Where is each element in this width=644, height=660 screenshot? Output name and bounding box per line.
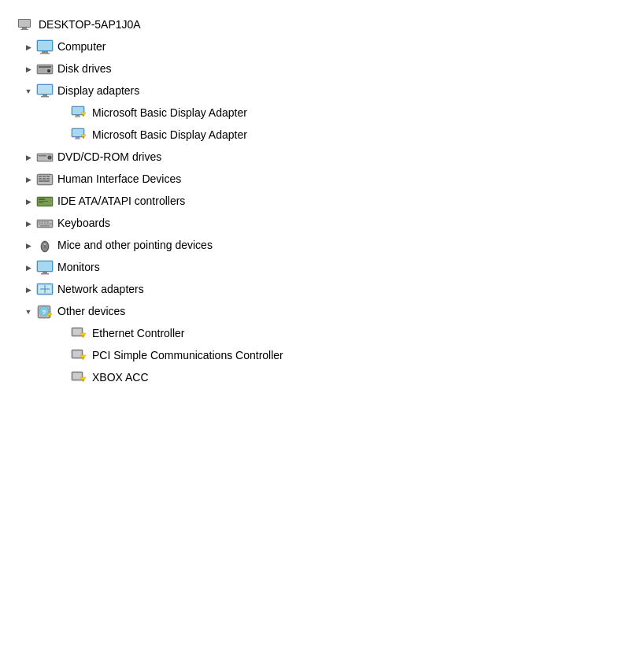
svg-rect-51 (42, 221, 44, 223)
svg-rect-3 (20, 29, 28, 30)
chevron-down-icon[interactable] (22, 85, 35, 98)
ide-icon (36, 193, 54, 210)
svg-rect-2 (22, 28, 27, 29)
svg-rect-6 (42, 51, 48, 53)
svg-rect-47 (39, 202, 43, 203)
svg-rect-65 (38, 261, 52, 271)
chevron-right-icon[interactable] (22, 217, 35, 230)
svg-rect-31 (39, 155, 46, 157)
tree-item-mice[interactable]: Mice and other pointing devices (0, 235, 644, 257)
network-warning-icon: ! (71, 325, 88, 343)
computer-icon (36, 39, 54, 56)
svg-rect-40 (43, 178, 46, 180)
svg-rect-25 (76, 137, 80, 139)
chevron-right-icon[interactable] (22, 261, 35, 274)
tree-item-ide-ata[interactable]: IDE ATA/ATAPI controllers (0, 191, 644, 213)
svg-rect-91 (73, 373, 81, 379)
item-label-monitors: Monitors (57, 260, 100, 276)
svg-rect-36 (39, 176, 42, 177)
computer-node-icon (17, 17, 35, 34)
svg-text:!: ! (83, 378, 83, 382)
display-icon (36, 83, 54, 100)
tree-item-display-adapters[interactable]: Display adapters (0, 80, 644, 102)
tree-item-human-interface[interactable]: Human Interface Devices (0, 169, 644, 191)
display-warning-icon: ! (71, 127, 88, 144)
chevron-right-icon[interactable] (22, 284, 35, 296)
svg-text:!: ! (83, 113, 83, 117)
item-label-root: DESKTOP-5AP1J0A (39, 17, 141, 33)
svg-rect-5 (38, 41, 52, 50)
chevron-right-icon[interactable] (22, 195, 35, 208)
dvd-icon (36, 149, 54, 166)
mouse-icon (36, 237, 54, 254)
svg-rect-86 (73, 351, 81, 357)
network-warning-icon: ! (71, 347, 88, 365)
chevron-right-icon[interactable] (22, 41, 35, 54)
chevron-right-icon[interactable] (22, 239, 35, 252)
svg-rect-81 (73, 329, 81, 335)
item-label-human-interface: Human Interface Devices (57, 172, 181, 187)
svg-text:!: ! (83, 135, 83, 139)
svg-rect-38 (46, 176, 50, 177)
item-label-pci-simple: PCI Simple Communications Controller (92, 348, 283, 364)
svg-point-33 (49, 157, 50, 158)
svg-rect-39 (39, 178, 42, 180)
svg-rect-67 (41, 273, 49, 275)
tree-item-xbox-acc[interactable]: ! XBOX ACC (0, 367, 644, 389)
item-label-network-adapters: Network adapters (57, 282, 144, 298)
tree-item-root[interactable]: ↖ DESKTOP-5AP1J0A (0, 14, 644, 36)
svg-point-63 (44, 243, 46, 245)
svg-rect-1 (19, 20, 30, 27)
tree-item-ms-basic-2[interactable]: ! Microsoft Basic Display Adapter (0, 124, 644, 146)
tree-item-monitors[interactable]: Monitors (0, 257, 644, 279)
svg-rect-37 (43, 176, 46, 177)
svg-rect-14 (43, 95, 47, 96)
tree-item-network-adapters[interactable]: Network adapters (0, 279, 644, 301)
item-label-keyboards: Keyboards (57, 216, 110, 232)
svg-rect-26 (75, 139, 80, 139)
tree-item-ms-basic-1[interactable]: ! Microsoft Basic Display Adapter (0, 102, 644, 124)
network-warning-icon: ! (71, 369, 88, 387)
svg-rect-46 (39, 201, 48, 202)
svg-rect-7 (40, 53, 50, 54)
svg-rect-15 (41, 96, 49, 98)
svg-text:!: ! (49, 315, 50, 318)
chevron-right-icon[interactable] (22, 151, 35, 164)
tree-item-computer[interactable]: Computer (0, 36, 644, 58)
svg-rect-45 (39, 198, 45, 200)
item-label-ide-ata: IDE ATA/ATAPI controllers (57, 194, 185, 209)
disk-icon (36, 61, 54, 78)
display-warning-icon: ! (71, 105, 88, 122)
item-label-dvd-cdrom: DVD/CD-ROM drives (57, 150, 161, 165)
chevron-down-icon[interactable] (22, 306, 35, 318)
svg-rect-59 (40, 225, 50, 227)
tree-item-ethernet-controller[interactable]: ! Ethernet Controller (0, 323, 644, 345)
tree-item-dvd-cdrom[interactable]: DVD/CD-ROM drives (0, 146, 644, 169)
svg-text:!: ! (83, 334, 83, 338)
chevron-right-icon[interactable] (22, 63, 35, 76)
svg-rect-10 (39, 66, 51, 68)
network-icon (36, 281, 54, 298)
svg-rect-54 (39, 224, 41, 225)
keyboard-icon (36, 215, 54, 232)
svg-point-11 (47, 69, 50, 72)
monitor-icon (36, 259, 54, 276)
tree-item-pci-simple[interactable]: ! PCI Simple Communications Controller (0, 345, 644, 367)
item-label-other-devices: Other devices (57, 304, 125, 320)
item-label-xbox-acc: XBOX ACC (92, 370, 149, 386)
svg-rect-19 (76, 115, 80, 117)
tree-item-keyboards[interactable]: Keyboards (0, 213, 644, 235)
svg-rect-58 (50, 224, 52, 225)
svg-rect-66 (43, 272, 47, 273)
svg-rect-53 (47, 221, 50, 223)
tree-item-other-devices[interactable]: ? ! Other devices (0, 301, 644, 323)
svg-rect-52 (44, 221, 46, 223)
item-label-computer: Computer (57, 39, 105, 55)
tree-item-disk-drives[interactable]: Disk drives (0, 58, 644, 80)
item-label-mice: Mice and other pointing devices (57, 238, 213, 254)
svg-rect-42 (39, 180, 50, 182)
item-label-ms-basic-1: Microsoft Basic Display Adapter (92, 106, 247, 121)
hid-icon (36, 171, 54, 188)
chevron-right-icon[interactable] (22, 173, 35, 186)
item-label-display-adapters: Display adapters (57, 83, 139, 99)
